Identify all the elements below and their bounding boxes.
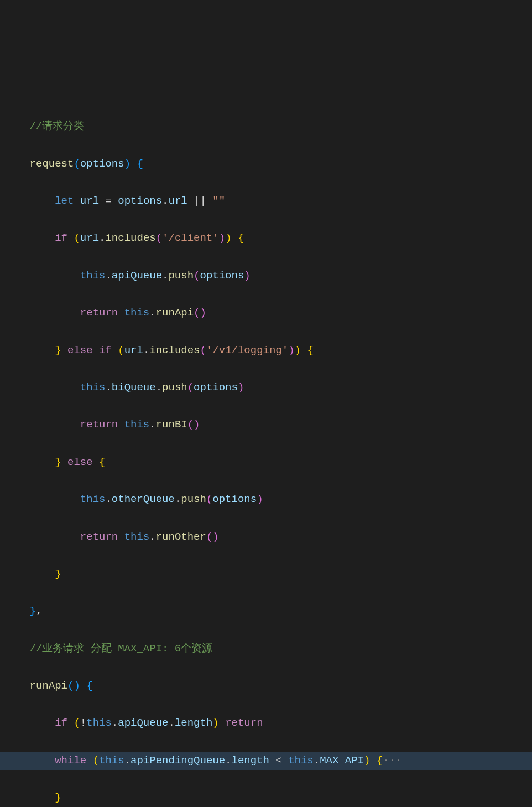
keyword-let: let [55, 195, 74, 207]
variable: options [194, 381, 238, 394]
variable: url [80, 195, 99, 207]
variable: options [118, 195, 162, 207]
code-line: } else { [0, 453, 532, 472]
code-line: this.biQueue.push(options) [0, 379, 532, 397]
code-line: //请求分类 [0, 117, 532, 136]
code-line: request(options) { [0, 155, 532, 174]
method-name: runApi [30, 680, 67, 692]
fold-indicator-icon[interactable]: ··· [383, 754, 401, 767]
property: apiQueue [118, 717, 168, 729]
string-literal: "" [212, 195, 225, 207]
code-line: if (!this.apiQueue.length) return [0, 714, 532, 733]
string-literal: '/client' [162, 232, 219, 244]
keyword-if: if [55, 232, 67, 244]
comment: //请求分类 [30, 120, 85, 132]
method-call: runOther [156, 531, 206, 543]
method-name: request [30, 158, 74, 170]
keyword-this: this [80, 381, 106, 394]
keyword-while: while [55, 754, 86, 767]
keyword-this: this [124, 418, 150, 431]
code-line: }, [0, 602, 532, 621]
method-call: push [168, 270, 194, 282]
code-line: this.otherQueue.push(options) [0, 490, 532, 509]
keyword-this: this [288, 754, 314, 767]
keyword-else: else [67, 456, 93, 468]
comment: //业务请求 分配 MAX_API: 6个资源 [30, 643, 213, 655]
method-call: runApi [156, 307, 194, 319]
property: biQueue [112, 381, 156, 394]
variable: url [80, 232, 99, 244]
property: otherQueue [112, 493, 175, 505]
keyword-this: this [99, 754, 124, 767]
property: url [169, 195, 187, 207]
code-line: return this.runApi() [0, 304, 532, 323]
code-line: if (url.includes('/client')) { [0, 229, 532, 248]
string-literal: '/v1/logging' [206, 344, 288, 356]
property: length [232, 754, 269, 767]
property: apiQueue [112, 270, 162, 282]
code-line-highlighted: while (this.apiPendingQueue.length < thi… [0, 752, 532, 770]
keyword-this: this [80, 493, 106, 505]
variable: options [212, 493, 257, 505]
property: length [175, 717, 212, 729]
method-call: push [162, 381, 187, 394]
code-line: runApi() { [0, 677, 532, 696]
code-line: return this.runOther() [0, 528, 532, 547]
keyword-return: return [80, 418, 118, 431]
keyword-if: if [99, 344, 112, 356]
code-line: } [0, 565, 532, 584]
variable: url [124, 344, 143, 356]
code-line: this.apiQueue.push(options) [0, 267, 532, 286]
method-call: runBI [156, 418, 187, 431]
code-line: //业务请求 分配 MAX_API: 6个资源 [0, 640, 532, 659]
property: apiPendingQueue [131, 754, 225, 767]
code-line: let url = options.url || "" [0, 192, 532, 211]
keyword-this: this [86, 717, 112, 729]
keyword-else: else [67, 344, 93, 356]
code-line: return this.runBI() [0, 416, 532, 434]
keyword-return: return [225, 717, 263, 729]
method-call: includes [105, 232, 155, 244]
code-line: } else if (url.includes('/v1/logging')) … [0, 342, 532, 360]
code-editor[interactable]: //请求分类 request(options) { let url = opti… [0, 75, 532, 807]
keyword-this: this [124, 307, 150, 319]
keyword-this: this [124, 531, 150, 543]
keyword-if: if [55, 717, 67, 729]
keyword-return: return [80, 531, 118, 543]
method-call: includes [149, 344, 200, 356]
code-line: } [0, 789, 532, 807]
keyword-return: return [80, 307, 118, 319]
parameter: options [80, 158, 124, 170]
variable: options [200, 270, 244, 282]
property: MAX_API [320, 754, 364, 767]
method-call: push [181, 493, 206, 505]
keyword-this: this [80, 270, 106, 282]
